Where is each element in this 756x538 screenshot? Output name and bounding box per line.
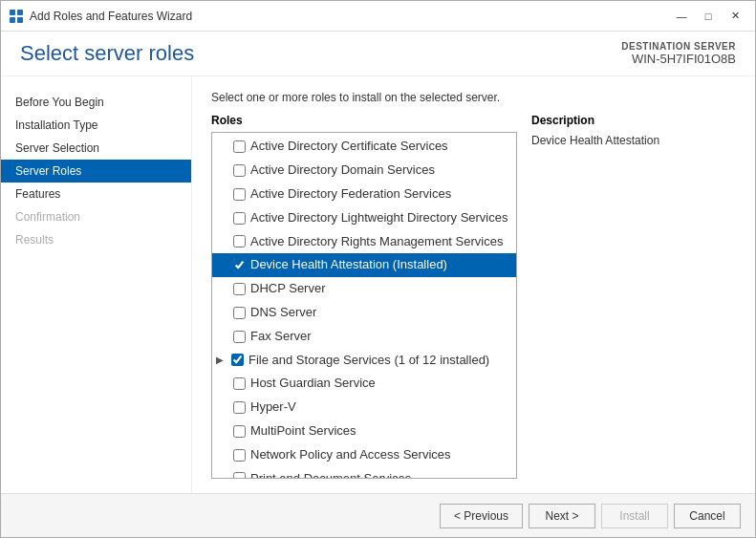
sidebar-item-before-you-begin[interactable]: Before You Begin [1,91,191,114]
next-button[interactable]: Next > [529,504,595,528]
window-controls: — □ ✕ [669,7,747,26]
role-list-item[interactable]: Active Directory Domain Services [212,159,516,183]
role-checkbox[interactable] [233,472,246,479]
minimize-button[interactable]: — [669,7,694,26]
role-label: Fax Server [250,327,312,347]
page-title: Select server roles [20,41,194,66]
titlebar: Add Roles and Features Wizard — □ ✕ [1,1,755,32]
role-checkbox[interactable] [233,235,246,247]
previous-button[interactable]: < Previous [440,504,523,528]
role-checkbox[interactable] [233,307,246,319]
role-checkbox[interactable] [233,377,246,390]
role-list-item[interactable]: Fax Server [212,325,516,349]
install-button: Install [601,504,668,528]
role-list-item[interactable]: MultiPoint Services [212,420,516,443]
dest-server-name: WIN-5H7IFI01O8B [621,52,736,66]
sidebar-item-results: Results [1,228,191,251]
role-checkbox[interactable] [231,354,244,366]
role-checkbox[interactable] [233,164,246,177]
window-title: Add Roles and Features Wizard [30,10,669,23]
dest-server-label: DESTINATION SERVER [621,41,736,52]
wizard-window: Add Roles and Features Wizard — □ ✕ Sele… [0,0,756,538]
role-checkbox[interactable] [233,140,246,153]
description-panel: Description Device Health Attestation [531,114,736,479]
role-label: DHCP Server [250,279,326,299]
sidebar-item-features[interactable]: Features [1,183,191,205]
role-label: Active Directory Certificate Services [250,137,448,157]
role-checkbox[interactable] [233,401,246,414]
role-list-item[interactable]: Device Health Attestation (Installed) [212,253,516,277]
cancel-button[interactable]: Cancel [674,504,741,528]
role-checkbox[interactable] [233,449,246,462]
sidebar-item-server-roles[interactable]: Server Roles [1,160,191,183]
svg-rect-1 [17,10,23,15]
role-list-item[interactable]: Print and Document Services [212,467,516,479]
role-label: File and Storage Services (1 of 12 insta… [248,351,489,371]
role-list-item[interactable]: Active Directory Lightweight Directory S… [212,206,516,230]
maximize-button[interactable]: □ [696,7,721,26]
role-checkbox[interactable] [233,212,246,225]
role-label: MultiPoint Services [250,421,356,441]
sidebar-item-installation-type[interactable]: Installation Type [1,114,191,137]
roles-panel: Roles Active Directory Certificate Servi… [211,114,517,479]
header-area: Select server roles DESTINATION SERVER W… [1,32,755,76]
svg-rect-2 [10,17,15,23]
main-body: Before You Begin Installation Type Serve… [1,76,755,493]
expand-arrow-icon: ▶ [216,353,229,368]
sidebar-item-server-selection[interactable]: Server Selection [1,137,191,160]
role-checkbox[interactable] [233,425,246,438]
role-list-item[interactable]: Active Directory Certificate Services [212,135,516,159]
svg-rect-0 [10,10,15,15]
role-list-item[interactable]: ▶File and Storage Services (1 of 12 inst… [212,349,516,373]
role-checkbox[interactable] [233,283,246,295]
role-label: Active Directory Federation Services [250,184,451,204]
roles-label: Roles [211,114,517,127]
footer: < Previous Next > Install Cancel [1,493,755,537]
sidebar-item-confirmation: Confirmation [1,205,191,228]
role-list-item[interactable]: Network Policy and Access Services [212,443,516,467]
role-label: Hyper-V [250,398,296,418]
role-list-item[interactable]: Hyper-V [212,396,516,420]
role-label: Network Policy and Access Services [250,445,451,465]
sidebar: Before You Begin Installation Type Serve… [1,76,192,493]
role-label: Active Directory Rights Management Servi… [250,232,503,252]
content-area: Select one or more roles to install on t… [192,76,755,493]
app-icon [9,9,24,24]
description-label: Description [531,114,736,127]
svg-rect-3 [17,17,23,23]
role-label: Print and Document Services [250,469,411,479]
destination-server-info: DESTINATION SERVER WIN-5H7IFI01O8B [621,41,736,66]
role-label: Host Guardian Service [250,374,376,394]
role-list-item[interactable]: Active Directory Rights Management Servi… [212,230,516,254]
instruction-text: Select one or more roles to install on t… [211,91,736,104]
close-button[interactable]: ✕ [723,7,747,26]
role-list-item[interactable]: Host Guardian Service [212,372,516,396]
role-checkbox[interactable] [233,259,246,271]
roles-list[interactable]: Active Directory Certificate ServicesAct… [211,132,517,479]
role-checkbox[interactable] [233,331,246,343]
role-checkbox[interactable] [233,188,246,201]
description-text: Device Health Attestation [531,132,736,149]
role-list-item[interactable]: Active Directory Federation Services [212,183,516,206]
roles-section: Roles Active Directory Certificate Servi… [211,114,736,479]
role-list-item[interactable]: DNS Server [212,301,516,325]
role-label: Device Health Attestation (Installed) [250,255,447,275]
role-label: Active Directory Lightweight Directory S… [250,208,508,228]
role-label: DNS Server [250,303,316,323]
role-label: Active Directory Domain Services [250,161,435,181]
role-list-item[interactable]: DHCP Server [212,277,516,301]
